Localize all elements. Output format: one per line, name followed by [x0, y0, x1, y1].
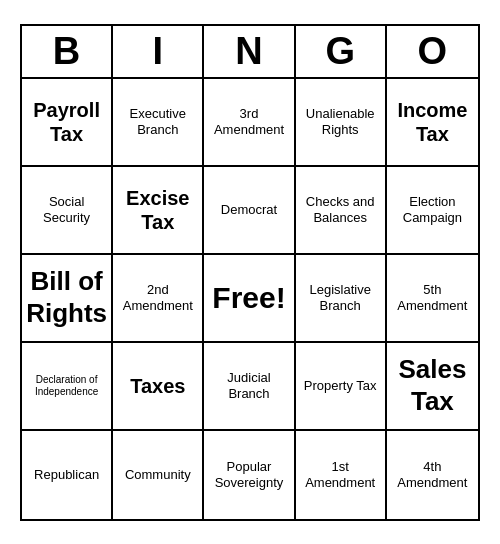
bingo-cell: Free!: [204, 255, 295, 343]
bingo-cell: Judicial Branch: [204, 343, 295, 431]
bingo-cell: Excise Tax: [113, 167, 204, 255]
bingo-cell: 3rd Amendment: [204, 79, 295, 167]
bingo-cell: Income Tax: [387, 79, 478, 167]
bingo-card: BINGO Payroll TaxExecutive Branch3rd Ame…: [20, 24, 480, 521]
bingo-cell: Executive Branch: [113, 79, 204, 167]
bingo-grid: Payroll TaxExecutive Branch3rd Amendment…: [22, 79, 478, 519]
bingo-cell: 5th Amendment: [387, 255, 478, 343]
bingo-cell: Popular Sovereignty: [204, 431, 295, 519]
header-letter: I: [113, 26, 204, 77]
bingo-cell: 2nd Amendment: [113, 255, 204, 343]
bingo-cell: 1st Amendment: [296, 431, 387, 519]
bingo-cell: Bill of Rights: [22, 255, 113, 343]
bingo-cell: Taxes: [113, 343, 204, 431]
bingo-cell: Democrat: [204, 167, 295, 255]
bingo-cell: Sales Tax: [387, 343, 478, 431]
bingo-cell: Property Tax: [296, 343, 387, 431]
bingo-header: BINGO: [22, 26, 478, 79]
bingo-cell: Declaration of Independence: [22, 343, 113, 431]
header-letter: O: [387, 26, 478, 77]
bingo-cell: Community: [113, 431, 204, 519]
header-letter: N: [204, 26, 295, 77]
bingo-cell: Payroll Tax: [22, 79, 113, 167]
bingo-cell: Legislative Branch: [296, 255, 387, 343]
header-letter: B: [22, 26, 113, 77]
bingo-cell: Election Campaign: [387, 167, 478, 255]
header-letter: G: [296, 26, 387, 77]
bingo-cell: Unalienable Rights: [296, 79, 387, 167]
bingo-cell: Checks and Balances: [296, 167, 387, 255]
bingo-cell: Social Security: [22, 167, 113, 255]
bingo-cell: 4th Amendment: [387, 431, 478, 519]
bingo-cell: Republican: [22, 431, 113, 519]
